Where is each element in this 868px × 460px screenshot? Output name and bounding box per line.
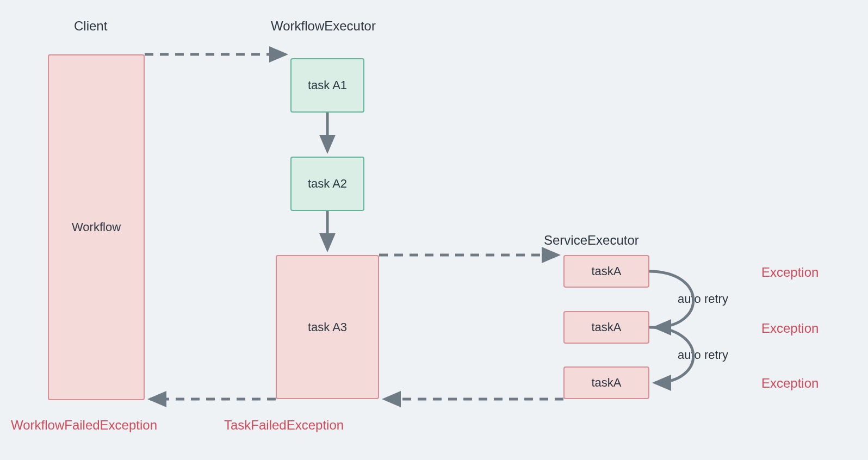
exception-1-label: Exception — [761, 265, 819, 280]
diagram-canvas: Client WorkflowExecutor ServiceExecutor … — [0, 0, 868, 460]
auto-retry-2-label: auto retry — [678, 348, 728, 362]
task-a-retry-3-box: taskA — [563, 366, 649, 399]
client-header: Client — [74, 18, 107, 34]
task-failed-exception-label: TaskFailedException — [224, 418, 344, 433]
exception-2-label: Exception — [761, 321, 819, 336]
task-a2-box: task A2 — [290, 157, 364, 211]
workflow-failed-exception-label: WorkflowFailedException — [11, 418, 157, 433]
exception-3-label: Exception — [761, 376, 819, 391]
auto-retry-1-label: auto retry — [678, 292, 728, 306]
task-a-retry-1-box: taskA — [563, 255, 649, 288]
workflow-executor-header: WorkflowExecutor — [271, 18, 376, 34]
task-a1-box: task A1 — [290, 58, 364, 113]
workflow-box: Workflow — [48, 54, 145, 400]
service-executor-header: ServiceExecutor — [544, 233, 639, 248]
task-a3-box: task A3 — [276, 255, 379, 399]
task-a-retry-2-box: taskA — [563, 311, 649, 344]
